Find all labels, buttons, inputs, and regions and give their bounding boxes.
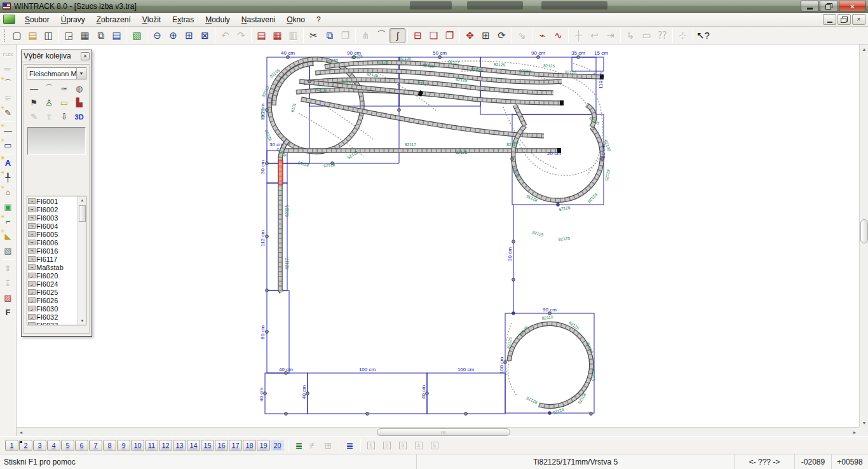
sb-btn-cross-section[interactable]: ▨ [1, 290, 16, 305]
track-item-FI6024[interactable]: ◞FI6024 [27, 280, 78, 288]
sb-btn-scenery[interactable]: ▣ [1, 200, 16, 214]
tb-btn-image-view[interactable]: ▧ [129, 28, 145, 43]
track-item-FI6033[interactable]: ◞FI6033 [27, 321, 78, 325]
track-item-FI6005[interactable]: ¬FI6005 [27, 230, 78, 238]
tb-btn-zoom-fit[interactable]: ⊠ [197, 28, 213, 43]
tb-btn-print[interactable]: ▦ [77, 28, 93, 43]
drag-handle[interactable] [398, 109, 401, 112]
track-item-FI6003[interactable]: ¬FI6003 [27, 214, 78, 222]
minimize-button[interactable] [801, 1, 819, 11]
menu-okno[interactable]: Okno [281, 13, 311, 26]
list-scroll-thumb[interactable] [79, 205, 86, 222]
page-tab-1[interactable]: 1 [5, 440, 18, 451]
drag-handle[interactable] [266, 235, 269, 238]
track-item-Maßstab[interactable]: ¬Maßstab [27, 263, 78, 271]
track-list-scrollbar[interactable]: ▲ ▼ [78, 196, 86, 325]
drag-handle[interactable] [512, 278, 515, 282]
tb-btn-zoom-window[interactable]: ⊞ [181, 28, 197, 43]
track-item-FI6030[interactable]: ◞FI6030 [27, 304, 78, 313]
page-tab-18[interactable]: 18 [243, 440, 256, 451]
drag-handle[interactable] [438, 56, 442, 59]
palette-close-button[interactable]: ✕ [81, 52, 90, 60]
page-tab-12[interactable]: 12 [159, 440, 172, 451]
track-item-FI6026[interactable]: ◞FI6026 [27, 296, 78, 304]
tb-btn-move-plus[interactable]: ⊞ [478, 28, 494, 43]
scroll-down-icon[interactable]: ▼ [860, 418, 868, 427]
vertical-scroll-thumb[interactable] [860, 219, 868, 243]
tb-btn-open-file[interactable]: ▤ [25, 28, 41, 43]
drag-handle[interactable] [548, 412, 552, 415]
page-tab-19[interactable]: 19 [257, 440, 270, 451]
page-tab-11[interactable]: 11 [145, 440, 158, 451]
sb-btn-ruler[interactable]: ✳― [1, 123, 16, 138]
sb-btn-rectangle[interactable]: ✳▭ [1, 138, 16, 153]
sb-btn-effects[interactable]: F [1, 305, 16, 320]
mdi-minimize-button[interactable] [823, 14, 836, 25]
tb-btn-zoom-out[interactable]: ⊖ [149, 28, 165, 43]
pal-tool-straight-track[interactable]: ― [27, 82, 41, 95]
page-tab-7[interactable]: 7 [89, 440, 102, 451]
sb-btn-pole[interactable]: ✳╀ [1, 170, 16, 185]
sb-btn-polyline[interactable]: ✳⌐ [1, 214, 16, 229]
page-tab-15[interactable]: 15 [201, 440, 214, 451]
page-tab-17[interactable]: 17 [229, 440, 242, 451]
drag-handle[interactable] [577, 56, 580, 59]
drag-handle[interactable] [366, 412, 369, 416]
tb-btn-to-back[interactable]: ❐ [442, 28, 458, 43]
list-scroll-up-icon[interactable]: ▲ [78, 196, 86, 204]
page-tab-2[interactable]: 2 [19, 440, 32, 451]
scroll-right-icon[interactable]: ► [850, 428, 859, 437]
menu-vlozit[interactable]: Vložit [137, 13, 166, 26]
pal-tool-threed-view[interactable]: 3D [72, 110, 86, 123]
horizontal-scrollbar[interactable]: ◄ ||| ► [17, 427, 859, 436]
drag-handle[interactable] [287, 56, 290, 59]
menu-extras[interactable]: Extras [166, 13, 200, 26]
vertical-scrollbar[interactable]: ▲ ▼ [859, 44, 868, 427]
tb-btn-context-help[interactable]: ↖? [695, 28, 711, 43]
track-item-FI6025[interactable]: ◞FI6025 [27, 288, 78, 296]
page-tab-10[interactable]: 10 [131, 440, 144, 451]
sb-btn-image[interactable]: ▧ [1, 243, 16, 258]
drag-handle[interactable] [512, 240, 515, 243]
drag-handle[interactable] [590, 412, 593, 416]
mdi-restore-button[interactable] [837, 14, 851, 25]
menu-soubor[interactable]: Soubor [19, 13, 55, 26]
page-tab-6[interactable]: 6 [75, 440, 88, 451]
tb-btn-track-number[interactable]: ⌁ [534, 28, 550, 43]
horizontal-scroll-thumb[interactable]: ||| [377, 428, 510, 436]
pal-tool-building[interactable]: ▙ [72, 96, 86, 109]
menu-help[interactable]: ? [311, 13, 327, 26]
track-item-FI6001[interactable]: ¬FI6001 [27, 197, 78, 205]
close-button[interactable]: × [839, 1, 866, 11]
menu-nastaveni[interactable]: Nastaveni [236, 13, 281, 26]
track-item-FI6006[interactable]: ¬FI6006 [27, 238, 78, 247]
sb-btn-new-curve[interactable]: ✳⌒ [1, 76, 16, 91]
drag-handle[interactable] [511, 158, 514, 161]
page-tab-13[interactable]: 13 [173, 440, 186, 451]
tb-btn-zoom-in[interactable]: ⊕ [165, 28, 181, 43]
page-tab-8[interactable]: 8 [103, 440, 116, 451]
page-tab-9[interactable]: 9 [117, 440, 130, 451]
track-item-FI6004[interactable]: ¬FI6004 [27, 222, 78, 230]
pal-tool-signal[interactable]: ⚑ [27, 96, 41, 109]
pal-tool-curve-track[interactable]: ⌒ [42, 82, 57, 95]
tray-btn-layer-arrange[interactable]: ≣ [342, 439, 357, 452]
pal-tool-figure[interactable]: ♙ [42, 96, 57, 109]
page-tab-14[interactable]: 14 [187, 440, 200, 451]
tb-btn-new-file[interactable]: ▢ [9, 28, 25, 43]
tb-btn-to-front[interactable]: ❏ [426, 28, 442, 43]
tb-btn-properties[interactable]: ⊟ [410, 28, 426, 43]
menu-upravy[interactable]: Úpravy [55, 13, 91, 26]
drag-handle[interactable] [557, 203, 560, 207]
toolbar-grip[interactable] [4, 29, 7, 42]
menu-moduly[interactable]: Moduly [200, 13, 236, 26]
tb-btn-parts-list[interactable]: ▤ [109, 28, 125, 43]
page-tab-20[interactable]: 20 [271, 440, 284, 451]
tb-btn-save-file[interactable]: ◫ [41, 28, 57, 43]
tb-btn-move-cross[interactable]: ✥ [462, 28, 478, 43]
drag-handle[interactable] [465, 412, 468, 416]
sb-btn-draw-track[interactable]: ✳✎ [1, 105, 16, 120]
pal-tool-export-down[interactable]: ⇩ [57, 110, 72, 123]
menu-zobrazeni[interactable]: Zobrazení [91, 13, 137, 26]
tb-btn-copy[interactable]: ⧉ [322, 28, 337, 43]
